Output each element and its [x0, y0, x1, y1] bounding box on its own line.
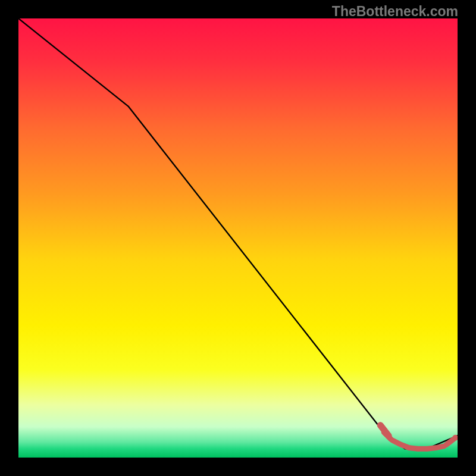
dash-segment: [436, 446, 444, 448]
plot-area: [18, 18, 458, 458]
chart-stage: TheBottleneck.com: [0, 0, 476, 476]
dash-start: [380, 425, 389, 436]
line-layer: [18, 18, 458, 458]
attribution-text: TheBottleneck.com: [332, 4, 458, 20]
valley-dashes: [380, 425, 453, 449]
main-curve: [18, 18, 458, 449]
